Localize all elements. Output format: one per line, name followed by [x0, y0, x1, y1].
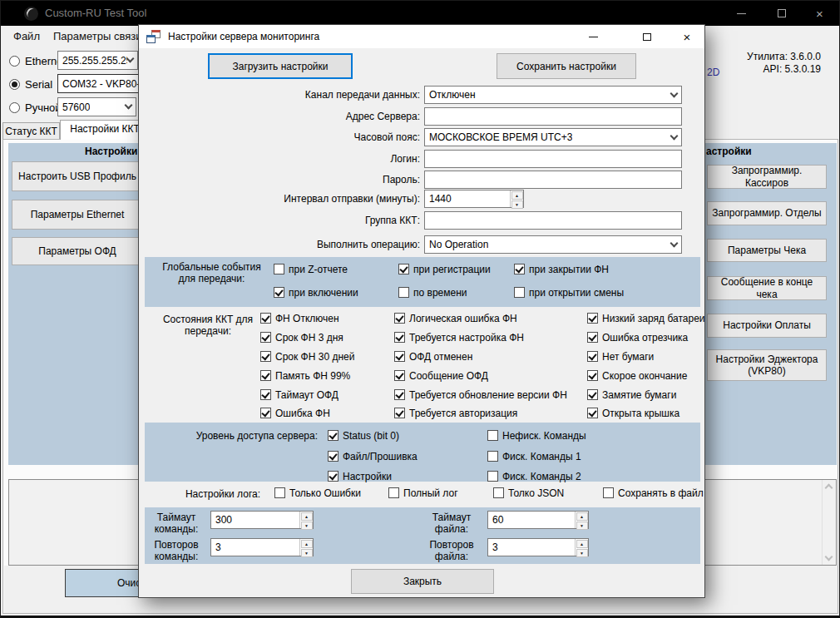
spin-down-button[interactable]: ▼ — [576, 522, 588, 530]
checkbox-fiscal-cmds-2[interactable]: Фиск. Команды 2 — [487, 470, 581, 482]
checkbox-full-log[interactable]: Полный лог — [388, 487, 458, 499]
checkbox-ofd-cancelled[interactable]: ОФД отменен — [394, 350, 472, 363]
tab-kkt-settings[interactable]: Настройки ККТ — [60, 120, 150, 140]
checkbox-by-time[interactable]: по времени — [398, 286, 467, 299]
ethernet-params-button[interactable]: Параметры Ethernet — [12, 200, 143, 230]
checkbox-errors-only[interactable]: Только Ошибки — [274, 487, 361, 499]
radio-manual-label[interactable]: Ручной — [25, 101, 62, 114]
main-titlebar[interactable]: Custom-RU Test Tool × — [1, 1, 839, 26]
checkbox-fiscal-cmds-1[interactable]: Фиск. Команды 1 — [487, 450, 581, 462]
checkbox-z-report[interactable]: при Z-отчете — [274, 263, 348, 275]
checkbox-fn-3-days[interactable]: Срок ФН 3 дня — [260, 331, 343, 344]
checkbox-status-bit0[interactable]: Status (bit 0) — [328, 429, 399, 442]
baudrate-combo[interactable]: 57600 — [57, 97, 136, 116]
server-address-input[interactable] — [424, 107, 682, 126]
scroll-up-icon[interactable] — [825, 484, 833, 492]
dialog-maximize-button[interactable] — [630, 25, 665, 48]
file-retries-stepper[interactable]: 3 ▲▼ — [487, 538, 589, 556]
checkbox-fn-update-needed[interactable]: Требуется обновление версии ФН — [394, 388, 567, 401]
checkbox-low-battery[interactable]: Низкий заряд батареи — [587, 312, 705, 324]
checkbox-ofd-timeout[interactable]: Таймаут ОФД — [260, 388, 338, 401]
menu-connection-params[interactable]: Параметры связи — [53, 30, 141, 42]
receipt-params-button[interactable]: Параметры Чека — [707, 239, 827, 262]
interval-stepper[interactable]: 1440 ▲▼ — [424, 190, 524, 208]
maximize-icon — [778, 9, 786, 17]
operation-label: Выполнить операцию: — [254, 239, 420, 250]
spin-down-button[interactable]: ▼ — [301, 549, 313, 557]
program-cashiers-button[interactable]: Запрограммир. Кассиров — [707, 165, 827, 189]
scroll-down-icon[interactable] — [825, 553, 833, 561]
login-input[interactable] — [424, 150, 682, 168]
tab-kkt-status[interactable]: Статус ККТ — [2, 122, 60, 140]
spin-up-button[interactable]: ▲ — [576, 512, 588, 521]
kkt-group-input[interactable] — [424, 211, 682, 230]
checkbox-paper-jam[interactable]: Замятие бумаги — [587, 388, 676, 401]
checkbox-fn-error[interactable]: Ошибка ФН — [260, 407, 330, 419]
cmd-retries-stepper[interactable]: 3 ▲▼ — [210, 538, 314, 556]
dialog-close-action-button[interactable]: Закрыть — [351, 569, 494, 594]
app-window: Custom-RU Test Tool × Файл Параметры свя… — [0, 0, 840, 618]
password-input[interactable] — [424, 171, 682, 189]
checkbox-power-on[interactable]: при включении — [274, 286, 358, 299]
minimize-button[interactable] — [723, 1, 760, 26]
checkbox-cover-open[interactable]: Открыта крышка — [587, 407, 679, 419]
checkbox-fn-30-days[interactable]: Срок ФН 30 дней — [260, 350, 354, 363]
close-button[interactable]: × — [801, 1, 838, 26]
checkbox-shift-open[interactable]: при открытии смены — [514, 286, 624, 299]
cmd-timeout-stepper[interactable]: 300 ▲▼ — [210, 511, 314, 529]
checkbox-paper-near-end[interactable]: Скорое окончание — [587, 369, 687, 382]
timezone-label: Часовой пояс: — [254, 131, 420, 143]
radio-ethernet[interactable] — [9, 56, 20, 67]
load-settings-button[interactable]: Загрузить настройки — [208, 53, 353, 79]
file-timeout-stepper[interactable]: 60 ▲▼ — [487, 511, 589, 529]
receipt-footer-message-button[interactable]: Сообщение в конце чека — [707, 276, 827, 300]
spin-down-button[interactable]: ▼ — [511, 200, 523, 209]
ofd-params-button[interactable]: Параметры ОФД — [12, 237, 143, 265]
ethernet-address-combo[interactable]: 255.255.255.255 — [57, 51, 138, 70]
checkbox-ofd-message[interactable]: Сообщение ОФД — [394, 369, 488, 382]
menu-file[interactable]: Файл — [13, 30, 40, 42]
spin-up-button[interactable]: ▲ — [301, 540, 313, 548]
dialog-minimize-button[interactable] — [576, 25, 610, 48]
usb-profile-button[interactable]: Настроить USB Профиль — [12, 161, 143, 191]
checkbox-auth-required[interactable]: Требуется авторизация — [394, 407, 517, 419]
checkbox-json-only[interactable]: Толко JSON — [493, 487, 564, 499]
checkbox-registration[interactable]: при регистрации — [398, 263, 491, 275]
maximize-button[interactable] — [763, 1, 800, 26]
spin-up-button[interactable]: ▲ — [301, 512, 313, 521]
log-scrollbar[interactable] — [822, 480, 836, 565]
ejector-settings-button[interactable]: Настройки Эджектора (VKP80) — [707, 349, 827, 381]
spin-down-button[interactable]: ▼ — [301, 522, 313, 530]
checkbox-fn-close[interactable]: при закрытии ФН — [514, 263, 609, 275]
checkbox-cutter-error[interactable]: Ошибка отрезчика — [587, 331, 688, 344]
cmd-timeout-label: Таймаут команды: — [147, 512, 205, 535]
operation-combo[interactable]: No Operation — [424, 235, 682, 254]
timezone-combo[interactable]: МОСКОВСКОЕ ВРЕМЯ UTC+3 — [424, 128, 682, 146]
radio-serial-label[interactable]: Serial — [25, 78, 52, 91]
checkbox-save-to-file[interactable]: Сохранять в файл — [603, 487, 704, 499]
checkbox-fn-memory-99[interactable]: Память ФН 99% — [260, 369, 350, 382]
spin-up-button[interactable]: ▲ — [576, 540, 588, 548]
program-departments-button[interactable]: Запрограммир. Отделы — [707, 201, 827, 225]
radio-manual[interactable] — [9, 102, 20, 113]
chevron-down-icon — [670, 239, 679, 247]
payment-settings-button[interactable]: Настройки Оплаты — [707, 314, 827, 338]
spin-down-button[interactable]: ▼ — [576, 549, 588, 557]
checkbox-nonfiscal-cmds[interactable]: Нефиск. Команды — [487, 429, 586, 442]
global-events-label: Глобальные события для передачи: — [156, 261, 268, 284]
checkbox-fn-setup-needed[interactable]: Требуется настройка ФН — [394, 331, 524, 344]
channel-combo[interactable]: Отключен — [424, 86, 682, 104]
chevron-down-icon — [670, 131, 679, 140]
channel-label: Канал передачи данных: — [254, 89, 420, 101]
spin-up-button[interactable]: ▲ — [511, 191, 523, 200]
checkbox-fn-off[interactable]: ФН Отключен — [260, 312, 339, 324]
checkbox-fn-logic-error[interactable]: Логическая ошибка ФН — [394, 312, 517, 324]
dialog-titlebar[interactable]: Настройки сервера мониторинга × — [139, 25, 704, 48]
dialog-close-button[interactable]: × — [670, 25, 704, 48]
checkbox-no-paper[interactable]: Нет бумаги — [587, 350, 654, 363]
checkbox-file-firmware[interactable]: Файл/Прошивка — [328, 450, 418, 462]
file-retries-label: Повторов файла: — [422, 539, 482, 562]
checkbox-settings[interactable]: Настройки — [328, 470, 392, 482]
save-settings-button[interactable]: Сохранить настройки — [497, 53, 636, 79]
radio-serial[interactable] — [9, 79, 20, 90]
